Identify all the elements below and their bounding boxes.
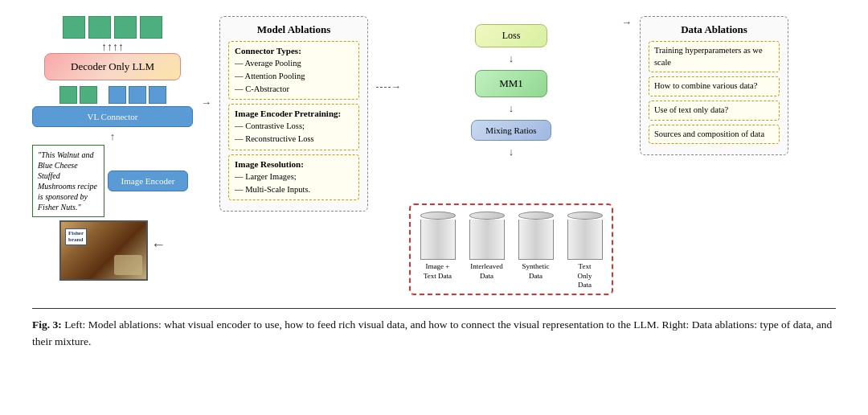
- output-block-1: [63, 16, 85, 39]
- vl-row: VL Connector: [32, 106, 193, 127]
- conn-block-2: [80, 86, 97, 104]
- arrow-to-decoder: ↑↑↑↑: [101, 42, 124, 53]
- caption: Fig. 3: Left: Model ablations: what visu…: [32, 308, 836, 351]
- decoder-box: Decoder Only LLM: [44, 53, 181, 80]
- data-ablation-item-4: Sources and composition of data: [649, 125, 780, 145]
- image-encoder-label: Image Encoder: [121, 176, 175, 186]
- cylinder-2-label: InterleavedData: [470, 262, 502, 281]
- data-ablations-panel: Data Ablations Training hyperparameters …: [640, 16, 788, 155]
- mm1-flow: Loss ↓ MM1 ↓ Mixing Ratios ↓ Image +Text…: [409, 16, 613, 295]
- quote-box: "This Walnut and Blue Cheese Stuffed Mus…: [32, 145, 104, 217]
- connector-types-section: Connector Types: Average Pooling Attenti…: [228, 41, 359, 100]
- cylinder-4-label: TextOnlyData: [578, 262, 592, 290]
- arrow-ratios-to-cylinders: ↓: [509, 146, 514, 158]
- diagram-area: ↑↑↑↑ Decoder Only LLM VL Connector: [32, 16, 836, 295]
- arrow-mm1-to-ratios: ↓: [509, 102, 514, 115]
- mixing-ratios-label: Mixing Ratios: [485, 125, 536, 135]
- caption-fig-label: Fig. 3:: [32, 318, 62, 331]
- resolution-item-2: Multi-Scale Inputs.: [235, 183, 353, 196]
- conn-block-4: [129, 86, 146, 104]
- loss-box: Loss: [475, 24, 547, 47]
- cylinder-2-top: [469, 212, 505, 220]
- food-image-inner: Fisherbrand: [61, 222, 146, 279]
- output-block-4: [140, 16, 162, 39]
- data-ablation-item-1: Training hyperparameters as we scale: [649, 41, 780, 72]
- mm1-label: MM1: [499, 77, 523, 89]
- pretraining-item-1: Contrastive Loss;: [235, 120, 353, 133]
- cylinder-3-top: [518, 212, 554, 220]
- decoder-label: Decoder Only LLM: [71, 60, 154, 72]
- cylinder-4: TextOnlyData: [563, 212, 607, 290]
- connector-item-1: Average Pooling: [235, 57, 353, 70]
- cylinder-3: SyntheticData: [514, 212, 558, 290]
- arrow-to-encoder: ↑: [110, 130, 116, 143]
- cylinder-1-body: [420, 220, 456, 260]
- connector-item-3: C-Abstractor: [235, 83, 353, 96]
- food-image-row: Fisherbrand ←: [59, 220, 166, 281]
- data-ablation-item-2: How to combine various data?: [649, 76, 780, 97]
- food-brand: Fisherbrand: [65, 228, 87, 245]
- connector-item-2: Attention Pooling: [235, 70, 353, 83]
- conn-block-5: [149, 86, 166, 104]
- arrow-left-image: ←: [151, 236, 166, 253]
- arrow-center-to-right: →: [621, 16, 632, 101]
- connector-types-title: Connector Types:: [235, 46, 353, 55]
- cylinder-1-top: [420, 212, 456, 220]
- arrow-left-to-middle: →: [201, 16, 211, 109]
- cylinder-3-label: SyntheticData: [522, 262, 550, 281]
- cylinder-2: InterleavedData: [465, 212, 509, 290]
- cylinder-2-body: [469, 220, 505, 260]
- cylinder-3-body: [518, 220, 554, 260]
- left-panel: ↑↑↑↑ Decoder Only LLM VL Connector: [32, 16, 193, 281]
- main-container: ↑↑↑↑ Decoder Only LLM VL Connector: [32, 16, 836, 351]
- conn-block-3: [108, 86, 126, 104]
- output-block-2: [88, 16, 111, 39]
- cylinder-1-label: Image +Text Data: [424, 262, 452, 281]
- resolution-item-1: Larger Images;: [235, 171, 353, 183]
- data-ablation-item-3: Use of text only data?: [649, 101, 780, 121]
- image-resolution-section: Image Resolution: Larger Images; Multi-S…: [228, 154, 359, 201]
- vl-connector-label: VL Connector: [88, 112, 138, 121]
- food-image: Fisherbrand: [59, 220, 148, 281]
- encoder-pretraining-section: Image Encoder Pretraining: Contrastive L…: [228, 104, 359, 150]
- mm1-box: MM1: [475, 70, 547, 97]
- quote-text: "This Walnut and Blue Cheese Stuffed Mus…: [38, 150, 97, 212]
- cylinder-4-body: [567, 220, 603, 260]
- output-block-3: [114, 16, 137, 39]
- loss-label: Loss: [502, 30, 521, 41]
- caption-text: Left: Model ablations: what visual encod…: [32, 318, 832, 347]
- connector-blocks-row: [59, 86, 166, 104]
- encoder-pretraining-title: Image Encoder Pretraining:: [235, 109, 353, 118]
- image-encoder-box: Image Encoder: [108, 171, 188, 191]
- arrow-middle-to-center: →: [376, 16, 401, 93]
- arrow-loss-to-mm1: ↓: [509, 52, 514, 65]
- data-ablations-title: Data Ablations: [649, 23, 780, 36]
- vl-connector-box: VL Connector: [32, 106, 193, 127]
- output-blocks-top: [63, 16, 162, 39]
- cylinder-4-top: [567, 212, 603, 220]
- cylinders-panel: Image +Text Data InterleavedData Synthet…: [409, 203, 613, 295]
- conn-block-1: [59, 86, 77, 104]
- mixing-ratios-box: Mixing Ratios: [471, 120, 551, 141]
- pretraining-item-2: Reconstructive Loss: [235, 133, 353, 146]
- image-resolution-title: Image Resolution:: [235, 159, 353, 169]
- model-ablations-panel: Model Ablations Connector Types: Average…: [219, 16, 368, 212]
- cylinder-1: Image +Text Data: [416, 212, 460, 290]
- image-encoder-section: "This Walnut and Blue Cheese Stuffed Mus…: [32, 145, 193, 217]
- model-ablations-title: Model Ablations: [228, 23, 359, 36]
